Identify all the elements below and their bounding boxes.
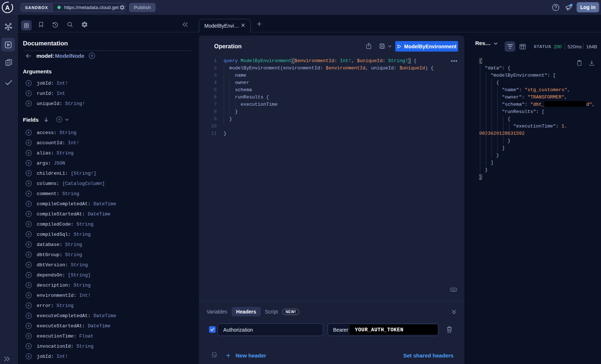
svg-text:A: A bbox=[5, 4, 9, 11]
